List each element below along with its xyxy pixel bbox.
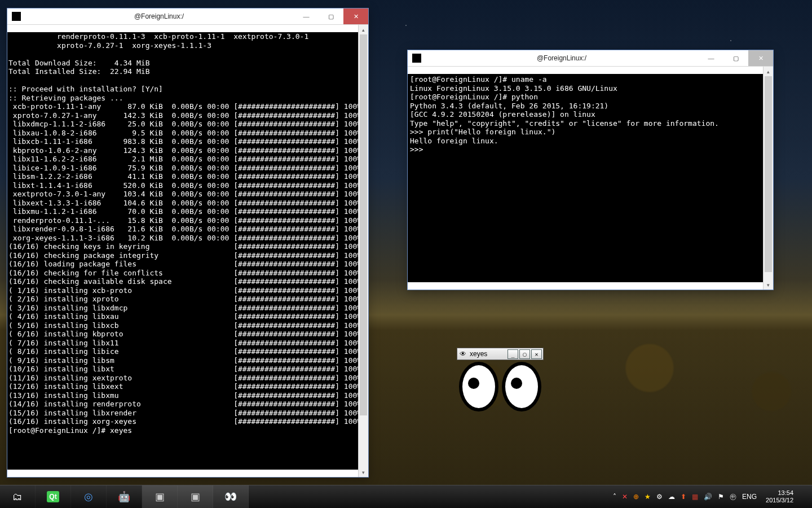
close-button[interactable]: ✕ [343,8,368,24]
maximize-button[interactable]: ▢ [723,50,748,66]
window-title: xeyes [469,350,508,358]
close-button[interactable]: ✕ [748,50,773,66]
titlebar[interactable]: @ForeignLinux:/ — ▢ ✕ [7,8,368,25]
xeyes-window[interactable]: 👁 xeyes _ ▢ ✕ [457,348,544,413]
megaman-icon[interactable]: 🤖 [107,485,142,508]
tray-icon[interactable]: ⊕ [633,493,639,501]
right-eye [502,362,541,411]
terminal-icon[interactable]: ▣ [142,485,178,508]
terminal-output[interactable]: [root@ForeignLinux /]# uname -a Linux Fo… [408,74,764,282]
minimize-button[interactable]: — [699,50,723,66]
xeyes-task-icon[interactable]: 👀 [213,485,249,508]
terminal-output[interactable]: renderproto-0.11.1-3 xcb-proto-1.11-1 xe… [7,32,359,470]
scroll-track[interactable] [764,76,773,280]
tray-icon[interactable]: ▦ [692,493,698,501]
system-tray[interactable]: ˄ ✕ ⊕ ★ ⚙ ☁ ⬆ ▦ 🔊 ⚑ ㊥ ENG 13:54 2015/3/1… [608,485,812,508]
window-title: @ForeignLinux:/ [24,12,294,20]
scroll-down-button[interactable]: ▾ [359,467,368,477]
minimize-button[interactable]: _ [508,349,518,359]
titlebar[interactable]: 👁 xeyes _ ▢ ✕ [457,348,544,360]
file-explorer-icon[interactable]: 🗂 [0,485,36,508]
minimize-button[interactable]: — [294,8,319,24]
scrollbar[interactable]: ▴ ▾ [763,67,773,290]
ime-indicator[interactable]: ㊥ [730,492,736,502]
tray-icon[interactable]: ★ [645,493,651,501]
terminal-icon-2[interactable]: ▣ [178,485,213,508]
xeyes-icon: 👁 [460,350,466,358]
tray-icon[interactable]: ✕ [622,493,628,501]
left-pupil [468,378,479,389]
taskbar-clock[interactable]: 13:54 2015/3/12 [762,489,797,504]
left-eye [459,362,498,411]
qt-creator-icon[interactable]: Qt [36,485,71,508]
action-center-icon[interactable]: ⚑ [718,493,724,501]
tray-icon[interactable]: ⬆ [681,493,686,501]
titlebar[interactable]: @ForeignLinux:/ — ▢ ✕ [408,50,773,67]
taskbar[interactable]: 🗂 Qt ◎ 🤖 ▣ ▣ 👀 ˄ ✕ ⊕ ★ ⚙ ☁ ⬆ ▦ 🔊 ⚑ ㊥ ENG… [0,485,812,508]
terminal-window-2[interactable]: @ForeignLinux:/ — ▢ ✕ [root@ForeignLinux… [407,50,774,290]
clock-date: 2015/3/12 [766,497,793,504]
volume-icon[interactable]: 🔊 [704,493,712,501]
xeyes-canvas [457,360,542,413]
desktop: @ForeignLinux:/ — ▢ ✕ renderproto-0.11.1… [0,0,812,508]
window-title: @ForeignLinux:/ [425,54,699,62]
scroll-up-button[interactable]: ▴ [359,25,368,34]
maximize-button[interactable]: ▢ [319,8,343,24]
scroll-thumb[interactable] [765,76,772,272]
chrome-icon[interactable]: ◎ [71,485,107,508]
scroll-track[interactable] [359,34,368,467]
scroll-up-button[interactable]: ▴ [764,67,773,76]
scroll-down-button[interactable]: ▾ [764,280,773,290]
terminal-window-1[interactable]: @ForeignLinux:/ — ▢ ✕ renderproto-0.11.1… [7,8,369,478]
close-button[interactable]: ✕ [531,349,542,359]
tray-icon[interactable]: ☁ [668,493,675,501]
cmd-icon [12,12,21,21]
clock-time: 13:54 [766,489,793,497]
scrollbar[interactable]: ▴ ▾ [358,25,368,477]
scroll-thumb[interactable] [360,34,367,415]
right-pupil [511,378,522,389]
maximize-button[interactable]: ▢ [519,349,530,359]
tray-icon[interactable]: ⚙ [656,493,663,501]
tray-chevron-up-icon[interactable]: ˄ [613,493,616,501]
input-language[interactable]: ENG [742,493,757,501]
cmd-icon [412,54,421,63]
